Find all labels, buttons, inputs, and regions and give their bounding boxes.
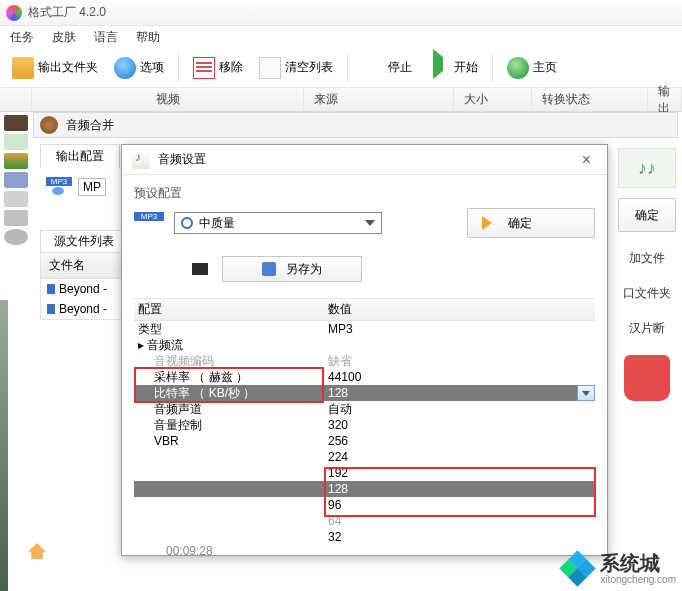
dialog-titlebar: 音频设置 ×: [122, 145, 607, 175]
start-button[interactable]: 开始: [422, 54, 484, 82]
dropdown-arrow-button[interactable]: [577, 385, 595, 401]
dialog-ok-button[interactable]: 确定: [467, 208, 595, 238]
remove-button[interactable]: 移除: [187, 54, 249, 82]
duration-text: 00:09:28: [166, 544, 213, 558]
music-note-icon: [47, 304, 55, 314]
row-codec-label: 音视频编码: [134, 353, 324, 370]
cat-video-icon[interactable]: [4, 115, 28, 131]
add-file-label[interactable]: 加文件: [618, 250, 676, 267]
headphone-icon: [624, 355, 670, 401]
source-col-name[interactable]: 文件名: [41, 253, 129, 279]
mp3-preset-icon: [134, 209, 164, 237]
mp3-format-block: MP: [46, 174, 106, 200]
right-panel: ♪♪ 确定 加文件 口文件夹 汉片断: [612, 144, 682, 407]
output-folder-button[interactable]: 输出文件夹: [6, 54, 104, 82]
dropdown-96[interactable]: 96: [324, 498, 595, 512]
stop-button[interactable]: 停止: [356, 54, 418, 82]
row-bitrate-value: 128: [324, 386, 595, 400]
clear-icon: [259, 57, 281, 79]
options-button[interactable]: 选项: [108, 54, 170, 82]
source-file-list: 文件名 Beyond - Beyond -: [40, 252, 130, 320]
globe-icon: [507, 57, 529, 79]
stop-icon: [362, 57, 384, 79]
menu-lang[interactable]: 语言: [94, 29, 118, 46]
save-as-button[interactable]: 另存为: [222, 256, 362, 282]
source-file-row[interactable]: Beyond -: [41, 299, 129, 319]
mp3-icon: [46, 174, 72, 200]
dropdown-64[interactable]: 64: [324, 514, 595, 528]
home-button[interactable]: 主页: [501, 54, 563, 82]
music-note-icon: [47, 284, 55, 294]
source-file-row[interactable]: Beyond -: [41, 279, 129, 299]
status-bar: 00:09:28: [28, 543, 213, 559]
col-source[interactable]: 来源: [304, 88, 454, 111]
col-size[interactable]: 大小: [454, 88, 532, 111]
row-channel-label[interactable]: 音频声道: [134, 401, 324, 418]
dialog-close-button[interactable]: ×: [576, 151, 597, 169]
row-type-value: MP3: [324, 322, 595, 336]
row-sample-label[interactable]: 采样率 （ 赫兹 ）: [134, 369, 324, 386]
menu-skin[interactable]: 皮肤: [52, 29, 76, 46]
preset-label: 预设配置: [134, 185, 595, 202]
menu-task[interactable]: 任务: [10, 29, 34, 46]
grid-col-config[interactable]: 配置: [134, 301, 324, 318]
row-stream-label[interactable]: ▸ 音频流: [134, 337, 324, 354]
col-output[interactable]: 输出: [648, 88, 682, 111]
window-titlebar: 格式工厂 4.2.0: [0, 0, 682, 26]
row-sample-value: 44100: [324, 370, 595, 384]
cat-disc-icon[interactable]: [4, 210, 28, 226]
music-thumb: ♪♪: [618, 148, 676, 188]
grid-col-value[interactable]: 数值: [324, 301, 595, 318]
app-icon: [6, 5, 22, 21]
snip-label[interactable]: 汉片断: [618, 320, 676, 337]
col-video[interactable]: 视频: [32, 88, 304, 111]
main-toolbar: 输出文件夹 选项 移除 清空列表 停止 开始 主页: [0, 48, 682, 88]
play-icon: [428, 57, 450, 79]
watermark-logo: 系统城xitongcheng.com: [562, 552, 676, 585]
cat-audio-icon[interactable]: [4, 134, 28, 150]
cat-doc-icon[interactable]: [4, 172, 28, 188]
settings-grid: 配置 数值 类型MP3 ▸ 音频流 音视频编码缺省 采样率 （ 赫兹 ）4410…: [134, 298, 595, 545]
music-settings-icon: [132, 151, 150, 169]
audio-settings-dialog: 音频设置 × 预设配置 中质量 确定 另存为 配置: [121, 144, 608, 556]
ok-right-button[interactable]: 确定: [618, 198, 676, 232]
cat-image-icon[interactable]: [4, 153, 28, 169]
open-folder-label[interactable]: 口文件夹: [618, 285, 676, 302]
source-list-tab[interactable]: 源文件列表: [40, 230, 128, 252]
terminal-icon: [192, 263, 208, 275]
arrow-right-icon: [482, 216, 492, 230]
quality-combobox[interactable]: 中质量: [174, 212, 382, 234]
disk-icon: [262, 262, 276, 276]
dropdown-192[interactable]: 192: [324, 466, 595, 480]
cat-device-icon[interactable]: [4, 191, 28, 207]
chevron-down-icon: [365, 220, 375, 226]
output-config-tab[interactable]: 输出配置: [40, 144, 120, 168]
dialog-title: 音频设置: [158, 151, 206, 168]
quality-value: 中质量: [199, 215, 235, 232]
row-vbr-label[interactable]: VBR: [134, 434, 324, 448]
row-bitrate-label[interactable]: 比特率 （ KB/秒 ）: [134, 385, 324, 402]
category-sidebar: [0, 112, 32, 248]
home-icon[interactable]: [28, 543, 46, 559]
dropdown-32[interactable]: 32: [324, 530, 595, 544]
row-channel-value: 自动: [324, 401, 595, 418]
dropdown-224[interactable]: 224: [324, 450, 595, 464]
clear-button[interactable]: 清空列表: [253, 54, 339, 82]
dropdown-128[interactable]: 128: [324, 482, 595, 496]
dropdown-320[interactable]: 320: [324, 418, 595, 432]
merge-icon: [40, 116, 58, 134]
options-icon: [114, 57, 136, 79]
row-type-label: 类型: [134, 321, 324, 338]
audio-merge-bar: 音频合并: [33, 112, 678, 138]
menu-help[interactable]: 帮助: [136, 29, 160, 46]
remove-icon: [193, 57, 215, 79]
row-volume-label[interactable]: 音量控制: [134, 417, 324, 434]
dial-icon: [181, 217, 193, 229]
merge-label: 音频合并: [66, 117, 114, 134]
window-title: 格式工厂 4.2.0: [28, 4, 106, 21]
mp3-label[interactable]: MP: [78, 178, 106, 196]
cat-other-icon[interactable]: [4, 229, 28, 245]
menu-bar: 任务 皮肤 语言 帮助: [0, 26, 682, 48]
col-status[interactable]: 转换状态: [532, 88, 648, 111]
dropdown-256[interactable]: 256: [324, 434, 595, 448]
